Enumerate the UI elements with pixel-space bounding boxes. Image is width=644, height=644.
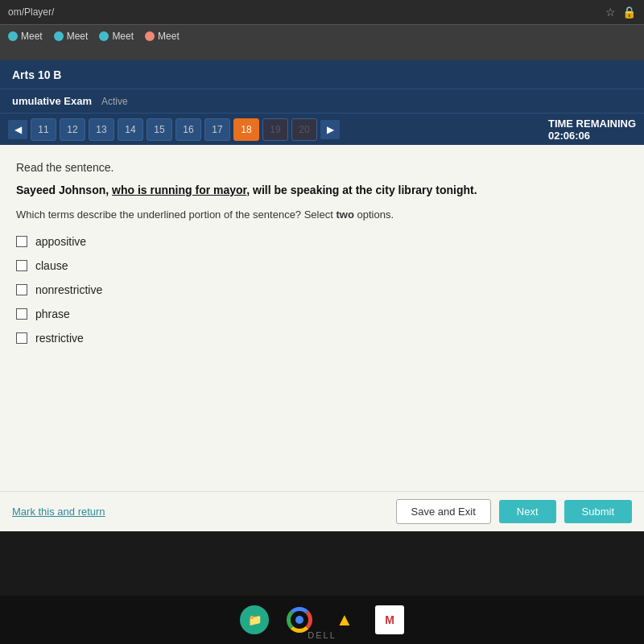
- nav-page-20: 20: [291, 118, 317, 141]
- bookmark-label-3: Meet: [112, 31, 134, 42]
- nav-prev-button[interactable]: ◀: [8, 120, 27, 139]
- nav-page-11[interactable]: 11: [31, 118, 56, 141]
- bookmark-meet-3[interactable]: Meet: [99, 31, 134, 42]
- option-label-clause: clause: [35, 259, 68, 272]
- nav-page-18[interactable]: 18: [233, 118, 259, 141]
- option-clause[interactable]: clause: [16, 259, 628, 272]
- bookmark-icon-3: [99, 31, 109, 41]
- option-label-phrase: phrase: [35, 308, 70, 320]
- option-phrase[interactable]: phrase: [16, 308, 628, 320]
- nav-page-14[interactable]: 14: [118, 118, 143, 141]
- bookmark-icon-2: [54, 31, 64, 41]
- question-instruction: Which terms describe the underlined port…: [16, 208, 628, 221]
- footer-bar: Mark this and return Save and Exit Next …: [0, 491, 644, 531]
- bookmark-label-1: Meet: [21, 31, 43, 42]
- browser-chrome: om/Player/ ☆ 🔒 Meet Meet Meet Meet: [0, 0, 644, 60]
- next-button[interactable]: Next: [499, 500, 556, 523]
- nav-page-12[interactable]: 12: [60, 118, 85, 141]
- exam-header: umulative Exam Active: [0, 89, 644, 113]
- bookmark-icon-4: [145, 31, 155, 41]
- time-remaining-label: TIME REMAINING: [548, 118, 636, 130]
- save-exit-button[interactable]: Save and Exit: [396, 499, 491, 524]
- instruction-suffix: options.: [354, 208, 394, 221]
- exam-title: umulative Exam: [12, 95, 92, 107]
- taskbar: 📁 ▲ M DELL: [0, 596, 644, 644]
- option-label-appositive: appositive: [35, 235, 86, 248]
- nav-page-15[interactable]: 15: [147, 118, 172, 141]
- sentence-after: , will be speaking at the city library t…: [246, 184, 477, 196]
- sentence-before: Sayeed Johnson,: [16, 184, 112, 196]
- exam-status: Active: [101, 96, 128, 107]
- address-bar: om/Player/ ☆ 🔒: [0, 0, 644, 24]
- checkbox-phrase[interactable]: [16, 308, 27, 320]
- checkbox-appositive[interactable]: [16, 236, 27, 247]
- question-area: Read the sentence. Sayeed Johnson, who i…: [0, 145, 644, 491]
- star-icon[interactable]: ☆: [605, 6, 616, 19]
- mark-return-link[interactable]: Mark this and return: [12, 506, 105, 518]
- bookmark-meet-1[interactable]: Meet: [8, 31, 43, 42]
- checkbox-nonrestrictive[interactable]: [16, 284, 27, 295]
- bookmark-meet-4[interactable]: Meet: [145, 31, 180, 42]
- address-text: om/Player/: [8, 6, 599, 18]
- option-appositive[interactable]: appositive: [16, 235, 628, 248]
- option-label-restrictive: restrictive: [35, 332, 84, 345]
- shield-icon: 🔒: [622, 6, 636, 19]
- question-prompt: Read the sentence.: [16, 161, 628, 174]
- instruction-bold: two: [336, 208, 353, 221]
- bookmark-icon-1: [8, 31, 18, 41]
- nav-page-16[interactable]: 16: [175, 118, 201, 141]
- option-label-nonrestrictive: nonrestrictive: [35, 283, 102, 296]
- question-sentence: Sayeed Johnson, who is running for mayor…: [16, 182, 628, 199]
- nav-bar: ◀ 11 12 13 14 15 16 17 18 19 20 ▶ TIME R…: [0, 113, 644, 145]
- bookmark-label-4: Meet: [158, 31, 180, 42]
- checkbox-restrictive[interactable]: [16, 332, 27, 344]
- bookmark-label-2: Meet: [67, 31, 89, 42]
- option-nonrestrictive[interactable]: nonrestrictive: [16, 283, 628, 296]
- nav-page-13[interactable]: 13: [89, 118, 114, 141]
- bookmarks-bar: Meet Meet Meet Meet: [0, 24, 644, 47]
- instruction-prefix: Which terms describe the underlined port…: [16, 208, 336, 221]
- app-header: Arts 10 B: [0, 60, 644, 89]
- checkbox-clause[interactable]: [16, 260, 27, 271]
- time-remaining: TIME REMAINING 02:06:06: [548, 118, 636, 142]
- sentence-underlined: who is running for mayor: [112, 184, 246, 196]
- nav-next-button[interactable]: ▶: [320, 120, 340, 139]
- options-list: appositive clause nonrestrictive phrase …: [16, 235, 628, 345]
- bookmark-meet-2[interactable]: Meet: [54, 31, 89, 42]
- app-title: Arts 10 B: [12, 68, 61, 81]
- dell-label: DELL: [0, 630, 644, 640]
- option-restrictive[interactable]: restrictive: [16, 332, 628, 345]
- nav-page-17[interactable]: 17: [204, 118, 230, 141]
- time-remaining-value: 02:06:06: [548, 130, 590, 142]
- nav-page-19: 19: [262, 118, 288, 141]
- submit-button[interactable]: Submit: [564, 500, 632, 523]
